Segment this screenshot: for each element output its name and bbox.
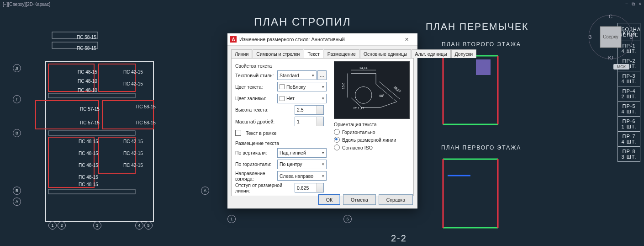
tab-Основные единицы[interactable]: Основные единицы <box>360 49 411 58</box>
plan-label: ПС 58-15 <box>136 104 156 109</box>
cancel-button[interactable]: Отмена <box>343 194 376 205</box>
wcs-badge[interactable]: МСК <box>613 64 629 70</box>
minimize-icon[interactable]: − <box>625 1 628 7</box>
drawing-title-floor1: ПЛАН ПЕРВОГО ЭТАЖА <box>441 144 521 151</box>
tab-Символы и стрелки[interactable]: Символы и стрелки <box>253 49 303 58</box>
axis-marker: 5 <box>343 215 352 223</box>
orient-iso-radio[interactable] <box>334 144 340 150</box>
row-text-height: Высота текста: 2.5 <box>235 105 327 115</box>
dimstyle-preview: 14,11 16,6 28,07 60° R11,17 <box>334 61 410 119</box>
axis-marker: 4 <box>135 221 143 230</box>
svg-rect-3 <box>48 64 94 91</box>
axis-marker: Д <box>13 64 21 72</box>
svg-text:28,07: 28,07 <box>393 85 402 94</box>
svg-text:В: В <box>629 34 633 40</box>
beam-row: ПР-42 ШТ. <box>618 86 640 102</box>
axis-marker: 2 <box>58 221 66 230</box>
text-style-browse-button[interactable]: … <box>317 70 327 80</box>
window-controls[interactable]: − ⧉ × <box>625 1 641 7</box>
tab-Допуски[interactable]: Допуски <box>451 49 477 58</box>
beam-row: ПР-61 ШТ. <box>618 117 640 132</box>
beam-row: ПР-34 ШТ. <box>618 71 640 86</box>
drawing-title-section: 2-2 <box>391 233 407 244</box>
dialog-close-button[interactable]: ✕ <box>398 34 415 44</box>
group-text-props: Свойства текста <box>235 63 327 69</box>
viewcube[interactable]: Сверху С Ю В З <box>586 12 636 62</box>
vertical-combo[interactable]: Над линией <box>277 148 327 158</box>
svg-text:14,11: 14,11 <box>359 66 368 70</box>
svg-text:R11,17: R11,17 <box>354 106 364 110</box>
plan-label: ПС 58-15 <box>136 120 156 125</box>
drawing-title-floor2: ПЛАН ВТОРОГО ЭТАЖА <box>442 41 521 48</box>
svg-rect-5 <box>48 93 135 98</box>
dialog-tabs: ЛинииСимволы и стрелкиТекстРазмещениеОсн… <box>227 46 417 58</box>
row-text-frame: Текст в рамке <box>235 130 327 136</box>
row-horizontal: По горизонтали: По центру <box>235 160 327 169</box>
orient-horizontal-radio[interactable] <box>334 129 340 135</box>
close-icon[interactable]: × <box>639 1 641 7</box>
radio-horizontal: Горизонтально <box>334 129 410 135</box>
svg-rect-18 <box>443 159 498 228</box>
svg-text:С: С <box>609 14 612 19</box>
svg-text:З: З <box>589 34 592 40</box>
plan-label: ПС 42-15 <box>123 81 143 86</box>
axis-marker: В <box>13 129 21 137</box>
plan-label: ПС 42-15 <box>123 70 143 75</box>
svg-rect-11 <box>48 189 135 194</box>
plan-label: ПС 58-15 <box>77 46 96 51</box>
plan-stropil-drawing <box>17 27 168 224</box>
row-text-style: Текстовый стиль: Standard … <box>235 70 327 80</box>
plan-label: ПС 57-15 <box>80 107 100 112</box>
help-button[interactable]: Справка <box>379 194 413 205</box>
drawing-title-stropil: ПЛАН СТРОПИЛ <box>254 16 351 28</box>
dialog-titlebar[interactable]: A Изменение размерного стиля: Аннотативн… <box>227 33 417 46</box>
plan-label: ПС 42-15 <box>123 151 143 156</box>
svg-rect-17 <box>476 59 491 75</box>
plan-label: ПС 48-15 <box>78 70 97 75</box>
text-color-combo[interactable]: ПоБлоку <box>277 82 327 91</box>
text-style-combo[interactable]: Standard <box>277 70 317 80</box>
floor2-drawing <box>434 49 507 132</box>
dialog-title: Изменение размерного стиля: Аннотативный <box>239 37 398 42</box>
app-titlebar: [−][Сверху][2D-Каркас] − ⧉ × <box>0 0 644 8</box>
tab-Размещение[interactable]: Размещение <box>324 49 359 58</box>
text-frame-checkbox[interactable] <box>235 130 241 136</box>
group-text-placement: Размещение текста <box>235 140 327 146</box>
ok-button[interactable]: ОК <box>318 194 340 205</box>
plan-label: ПС 48-15 <box>79 151 98 156</box>
row-vertical: По вертикали: Над линией <box>235 148 327 157</box>
beam-row: ПР-54 ШТ. <box>618 102 640 117</box>
plan-label: ПС 48-15 <box>79 175 98 180</box>
orient-alongdim-radio[interactable] <box>334 137 340 143</box>
axis-marker: 1 <box>227 215 236 223</box>
fill-color-combo[interactable]: Нет <box>277 94 327 103</box>
svg-text:16,6: 16,6 <box>341 83 345 89</box>
plan-label: ПС 48-10 <box>78 88 97 93</box>
axis-marker: Г <box>13 95 21 103</box>
offset-spinner[interactable]: 0.625 <box>295 183 324 193</box>
svg-rect-9 <box>48 137 94 187</box>
row-offset: Отступ от размерной линии: 0.625 <box>235 183 327 193</box>
axis-marker: А <box>201 187 209 195</box>
svg-point-31 <box>355 87 372 103</box>
plan-label: ПС 48-15 <box>79 182 98 187</box>
restore-icon[interactable]: ⧉ <box>632 1 635 7</box>
view-dir-combo[interactable]: Слева направо <box>277 171 327 181</box>
plan-label: ПС 58-15 <box>77 35 96 40</box>
frac-scale-spinner[interactable]: 1 <box>295 117 324 126</box>
axis-marker: 5 <box>144 221 153 230</box>
tab-Текст[interactable]: Текст <box>304 49 323 58</box>
plan-label: ПС 57-15 <box>80 120 100 125</box>
floor1-drawing <box>434 153 507 235</box>
horizontal-combo[interactable]: По центру <box>277 160 327 169</box>
tab-Линии[interactable]: Линии <box>231 49 252 58</box>
tab-Альт. единицы[interactable]: Альт. единицы <box>412 49 451 58</box>
axis-marker: 1 <box>48 221 57 230</box>
drawing-title-peremychek: ПЛАН ПЕРЕМЫЧЕК <box>426 21 528 32</box>
svg-text:Сверху: Сверху <box>603 34 618 39</box>
axis-marker: Б <box>13 187 21 195</box>
plan-label: ПС 42-15 <box>123 163 143 168</box>
text-height-spinner[interactable]: 2.5 <box>295 105 324 115</box>
plan-label: ПС 42-15 <box>123 139 143 144</box>
beam-row: ПР-74 ШТ. <box>618 132 640 147</box>
